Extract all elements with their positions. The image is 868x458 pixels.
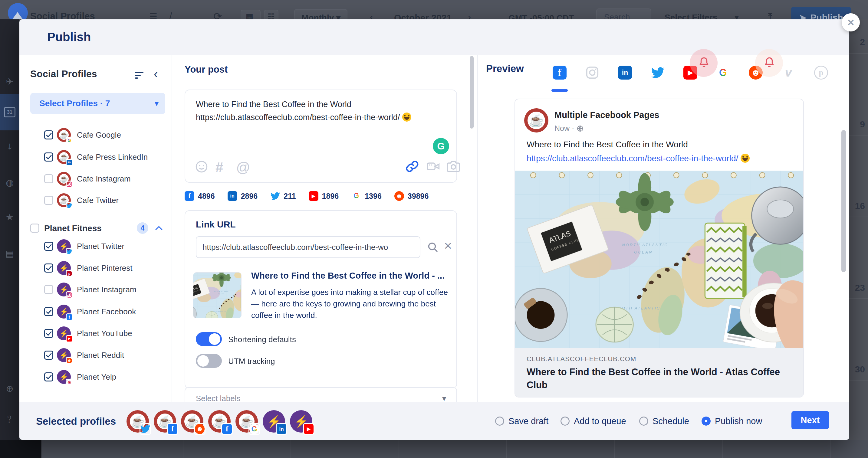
profile-row-planet-yelp[interactable]: ⚡✳Planet Yelp: [19, 367, 172, 387]
cafe-twitter-avatar: ☕: [57, 193, 71, 207]
bg-refresh-icon: ⟳: [213, 10, 222, 19]
selected-profile-cafe-facebook[interactable]: ☕f: [208, 410, 230, 433]
selected-profile-cafe-twitter[interactable]: ☕: [126, 410, 149, 433]
char-count-twitter: 211: [270, 191, 296, 201]
cafe-press-logo: ☕: [524, 108, 549, 132]
chevron-up-icon[interactable]: [155, 226, 163, 232]
background-calendar-strip: [0, 440, 868, 458]
grammarly-icon[interactable]: G: [433, 138, 449, 154]
instagram-icon: [585, 66, 599, 79]
link-preview-title: Where to Find the Best Coffee in the Wor…: [251, 271, 447, 281]
notification-bell-icon[interactable]: [764, 56, 775, 70]
profile-checkbox[interactable]: [44, 130, 53, 139]
profile-checkbox[interactable]: [44, 196, 53, 205]
bg-calendar-nav-icon: 31: [4, 107, 16, 118]
profile-row-planet-instagram[interactable]: ⚡Planet Instagram: [19, 280, 172, 299]
profile-checkbox[interactable]: [44, 153, 53, 162]
profile-checkbox[interactable]: [44, 242, 53, 251]
search-icon[interactable]: [427, 241, 439, 254]
planet-reddit-avatar: ⚡☻: [57, 348, 71, 362]
radio-button[interactable]: [639, 417, 648, 426]
profile-row-planet-pinterest[interactable]: ⚡pPlanet Pinterest: [19, 258, 172, 278]
video-icon[interactable]: [427, 160, 440, 174]
profile-checkbox[interactable]: [44, 263, 53, 272]
profile-label: Planet YouTube: [77, 329, 132, 338]
preview-tab-linkedin[interactable]: in: [616, 64, 634, 82]
group-checkbox[interactable]: [30, 224, 39, 233]
emoji-picker-icon[interactable]: [195, 160, 208, 174]
sidebar-divider: [172, 55, 172, 402]
selected-profile-cafe-google[interactable]: ☕G: [236, 410, 258, 433]
profile-checkbox[interactable]: [44, 285, 53, 294]
profile-checkbox[interactable]: [44, 307, 53, 316]
selected-profile-cafe-facebook[interactable]: ☕f: [154, 410, 176, 433]
radio-save-draft[interactable]: Save draft: [495, 402, 549, 440]
profile-row-cafe-google[interactable]: ☕GCafe Google: [19, 125, 172, 144]
char-count-linkedin: in2896: [227, 191, 258, 201]
profile-group-planet-fitness[interactable]: Planet Fitness4: [19, 219, 172, 238]
profile-row-cafe-press-linkedin[interactable]: ☕inCafe Press LinkedIn: [19, 147, 172, 167]
profile-row-planet-facebook[interactable]: ⚡fPlanet Facebook: [19, 302, 172, 321]
link-url-label: Link URL: [196, 219, 236, 230]
profile-row-cafe-twitter[interactable]: ☕Cafe Twitter: [19, 191, 172, 210]
notification-bell-icon[interactable]: [698, 56, 710, 70]
filter-icon[interactable]: [135, 72, 144, 80]
shortening-defaults-toggle[interactable]: [196, 332, 222, 346]
profile-row-planet-youtube[interactable]: ⚡▶Planet YouTube: [19, 324, 172, 343]
linkedin-icon: in: [227, 191, 237, 201]
bg-inbox-icon: ⤓: [0, 141, 19, 152]
post-composer[interactable]: Where to Find the Best Coffee in the Wor…: [185, 90, 457, 183]
link-card-meta[interactable]: CLUB.ATLASCOFFEECLUB.COM Where to Find t…: [515, 348, 803, 397]
profile-checkbox[interactable]: [44, 329, 53, 338]
mention-icon[interactable]: @: [236, 159, 250, 175]
bg-calendar-icon: ▦: [246, 12, 253, 19]
radio-publish-now[interactable]: Publish now: [702, 402, 762, 440]
preview-tab-twitter[interactable]: [649, 64, 667, 82]
grinning-emoji-icon: [741, 154, 750, 163]
collapse-sidebar-icon[interactable]: ‹: [154, 67, 158, 81]
radio-add-to-queue[interactable]: Add to queue: [560, 402, 626, 440]
publish-modal-screen: Social Profiles ☰ / ⟳ ▦ ☷ Monthly ▾ ‹ Oc…: [0, 0, 868, 458]
preview-tab-instagram[interactable]: [583, 64, 601, 82]
link-url-input[interactable]: [196, 236, 421, 258]
bg-publish-button: ➤ Publish: [791, 7, 851, 19]
radio-schedule[interactable]: Schedule: [639, 402, 689, 440]
clear-url-icon[interactable]: ✕: [444, 240, 453, 252]
reddit-icon: ☻: [394, 191, 404, 201]
cafe-google-avatar: ☕G: [57, 128, 71, 142]
radio-button[interactable]: [702, 417, 711, 426]
profile-row-cafe-instagram[interactable]: ☕Cafe Instagram: [19, 169, 172, 189]
preview-tab-pinterest[interactable]: p: [812, 64, 830, 82]
profile-checkbox[interactable]: [44, 174, 53, 183]
planet-youtube-avatar: ⚡▶: [290, 410, 312, 433]
radio-button[interactable]: [495, 417, 504, 426]
utm-tracking-toggle[interactable]: [196, 354, 222, 368]
camera-icon[interactable]: [447, 160, 460, 174]
post-text-line2: https://club.atlascoffeeclub.com/best-co…: [196, 112, 411, 122]
composer-scrollbar[interactable]: [470, 56, 474, 129]
radio-label: Save draft: [508, 416, 549, 426]
next-button[interactable]: Next: [792, 411, 829, 429]
planet-instagram-avatar: ⚡: [57, 283, 71, 296]
preview-scrollbar[interactable]: [841, 130, 846, 272]
post-text: Where to Find the Best Coffee in the Wor…: [527, 140, 688, 150]
profile-checkbox[interactable]: [44, 372, 53, 382]
selected-profile-planet-youtube[interactable]: ⚡▶: [290, 410, 312, 433]
radio-button[interactable]: [560, 417, 569, 426]
twitter-icon: [66, 249, 72, 255]
preview-tab-facebook[interactable]: f: [551, 64, 569, 82]
post-link[interactable]: https://club.atlascoffeeclub.com/best-co…: [527, 154, 750, 163]
selected-profile-planet-linkedin[interactable]: ⚡in: [263, 410, 285, 433]
linkedin-icon: in: [277, 424, 286, 434]
hashtag-icon[interactable]: #: [216, 159, 223, 175]
link-icon[interactable]: [406, 160, 419, 174]
profile-checkbox[interactable]: [44, 351, 53, 360]
linkedin-icon: in: [67, 159, 72, 165]
close-icon[interactable]: ✕: [842, 13, 860, 31]
profile-label: Planet Yelp: [77, 372, 116, 382]
profile-row-planet-reddit[interactable]: ⚡☻Planet Reddit: [19, 346, 172, 365]
selected-profile-cafe-reddit[interactable]: ☕☻: [181, 410, 204, 433]
select-profiles-dropdown[interactable]: Select Profiles · 7 ▾: [30, 93, 165, 114]
profile-row-planet-twitter[interactable]: ⚡Planet Twitter: [19, 236, 172, 256]
cafe-google-avatar: ☕G: [236, 410, 258, 433]
